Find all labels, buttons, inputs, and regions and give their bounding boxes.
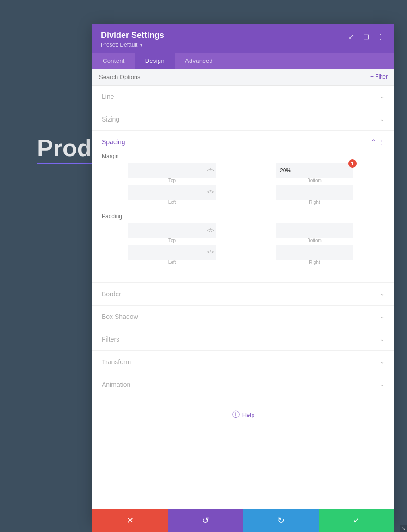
section-line-chevron: ⌄ [380, 93, 385, 100]
margin-bottom-item: 1 Bottom [244, 163, 385, 183]
padding-top-input-wrap: </> [128, 223, 216, 238]
section-spacing: Spacing ⌃ ⋮ Margin </> [92, 131, 394, 283]
filter-button[interactable]: + Filter [370, 73, 388, 80]
section-box-shadow: Box Shadow ⌄ [92, 306, 394, 328]
section-filters-header[interactable]: Filters ⌄ [92, 328, 394, 350]
section-line: Line ⌄ [92, 86, 394, 108]
margin-label: Margin [102, 153, 385, 159]
section-sizing-header[interactable]: Sizing ⌄ [92, 108, 394, 130]
section-sizing-title: Sizing [102, 116, 119, 123]
section-sizing-chevron: ⌄ [380, 116, 385, 122]
margin-right-input[interactable] [276, 185, 353, 200]
margin-group: Margin </> Top [102, 153, 385, 205]
search-input[interactable] [99, 73, 370, 80]
expand-icon[interactable]: ⤢ [346, 31, 356, 42]
padding-bottom-input-wrap [276, 223, 353, 238]
padding-bottom-item: Bottom [244, 223, 385, 243]
padding-top-label: Top [168, 238, 176, 243]
settings-panel: Divider Settings Preset: Default ▾ ⤢ ⊟ ⋮… [92, 24, 394, 523]
resize-handle[interactable]: ↘ [400, 525, 407, 532]
section-spacing-actions: ⌃ ⋮ [371, 138, 385, 145]
margin-top-input[interactable] [128, 163, 205, 178]
margin-top-item: </> Top [102, 163, 242, 183]
section-transform-header[interactable]: Transform ⌄ [92, 351, 394, 373]
margin-bottom-input-wrap: 1 [276, 163, 353, 178]
panel-body: Line ⌄ Sizing ⌄ Spacing ⌃ ⋮ [92, 86, 394, 523]
margin-right-item: Right [244, 185, 385, 205]
padding-group: Padding </> Top [102, 213, 385, 265]
margin-bottom-label: Bottom [307, 178, 322, 183]
tab-design[interactable]: Design [135, 53, 175, 69]
section-animation-title: Animation [102, 381, 130, 388]
section-box-shadow-header[interactable]: Box Shadow ⌄ [92, 306, 394, 328]
padding-right-input[interactable] [276, 245, 353, 260]
panel-preset[interactable]: Preset: Default ▾ [101, 42, 164, 48]
panel-header-icons: ⤢ ⊟ ⋮ [346, 31, 386, 42]
margin-inputs: </> Top 1 Bottom [102, 163, 385, 205]
save-icon: ✓ [353, 515, 360, 526]
padding-top-input[interactable] [128, 223, 205, 238]
undo-icon: ↺ [202, 515, 209, 526]
save-button[interactable]: ✓ [319, 509, 394, 532]
spacing-content: Margin </> Top [92, 153, 394, 282]
redo-button[interactable]: ↻ [243, 509, 319, 532]
margin-right-input-wrap [276, 185, 353, 200]
section-line-title: Line [102, 93, 114, 100]
section-filters: Filters ⌄ [92, 328, 394, 351]
cancel-button[interactable]: ✕ [92, 509, 168, 532]
margin-top-responsive-icon[interactable]: </> [205, 163, 216, 178]
margin-right-label: Right [309, 200, 320, 205]
margin-bottom-input[interactable] [276, 163, 353, 178]
search-bar: + Filter [92, 69, 394, 86]
panel-title: Divider Settings [101, 31, 164, 41]
help-link[interactable]: Help [242, 411, 255, 418]
section-animation-chevron: ⌄ [380, 381, 385, 388]
section-transform-chevron: ⌄ [380, 358, 385, 365]
section-box-shadow-chevron: ⌄ [380, 313, 385, 320]
section-transform: Transform ⌄ [92, 351, 394, 373]
more-icon[interactable]: ⋮ [376, 31, 386, 42]
margin-left-input[interactable] [128, 185, 205, 200]
padding-bottom-label: Bottom [307, 238, 322, 243]
padding-left-item: </> Left [102, 245, 242, 265]
section-border-header[interactable]: Border ⌄ [92, 283, 394, 305]
redo-icon: ↻ [278, 515, 284, 526]
section-spacing-chevron: ⌃ [371, 138, 376, 145]
margin-bottom-badge: 1 [348, 159, 357, 168]
margin-top-label: Top [168, 178, 176, 183]
padding-label: Padding [102, 213, 385, 220]
section-spacing-more[interactable]: ⋮ [379, 138, 385, 145]
padding-top-responsive-icon[interactable]: </> [205, 223, 216, 238]
panel-header: Divider Settings Preset: Default ▾ ⤢ ⊟ ⋮ [92, 24, 394, 53]
undo-button[interactable]: ↺ [168, 509, 243, 532]
section-line-header[interactable]: Line ⌄ [92, 86, 394, 108]
margin-top-input-wrap: </> [128, 163, 216, 178]
margin-left-input-wrap: </> [128, 185, 216, 200]
help-icon: ⓘ [232, 410, 240, 420]
tab-content[interactable]: Content [92, 53, 135, 69]
section-border-chevron: ⌄ [380, 290, 385, 297]
margin-left-item: </> Left [102, 185, 242, 205]
tab-advanced[interactable]: Advanced [175, 53, 223, 69]
padding-left-responsive-icon[interactable]: </> [205, 245, 216, 260]
tabs: Content Design Advanced [92, 53, 394, 69]
section-spacing-header[interactable]: Spacing ⌃ ⋮ [92, 131, 394, 153]
cancel-icon: ✕ [127, 515, 134, 526]
section-border: Border ⌄ [92, 283, 394, 306]
panel-header-left: Divider Settings Preset: Default ▾ [101, 31, 164, 48]
padding-bottom-input[interactable] [276, 223, 353, 238]
padding-left-label: Left [168, 260, 176, 265]
section-transform-title: Transform [102, 358, 131, 366]
bottom-toolbar: ✕ ↺ ↻ ✓ [92, 509, 394, 532]
margin-left-label: Left [168, 200, 176, 205]
padding-right-label: Right [309, 260, 320, 265]
section-animation: Animation ⌄ [92, 373, 394, 396]
columns-icon[interactable]: ⊟ [361, 31, 371, 42]
section-animation-header[interactable]: Animation ⌄ [92, 373, 394, 396]
section-spacing-title: Spacing [102, 138, 125, 146]
padding-left-input-wrap: </> [128, 245, 216, 260]
margin-left-responsive-icon[interactable]: </> [205, 185, 216, 200]
padding-left-input[interactable] [128, 245, 205, 260]
section-sizing: Sizing ⌄ [92, 108, 394, 131]
padding-top-item: </> Top [102, 223, 242, 243]
